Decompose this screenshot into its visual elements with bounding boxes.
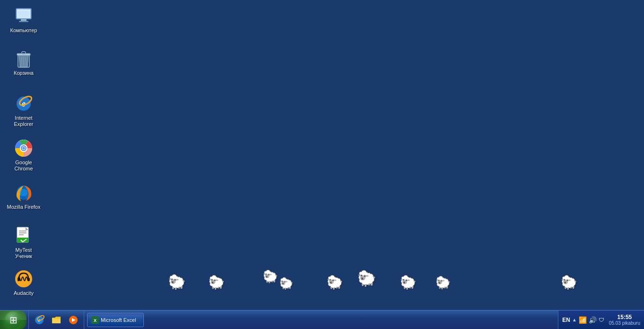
quick-launch: e <box>28 311 84 329</box>
clock-time: 15:55 <box>618 314 632 320</box>
desktop-icon-chrome[interactable]: Google Chrome <box>5 137 43 174</box>
computer-icon <box>14 7 33 26</box>
trash-icon-label: Корзина <box>14 70 34 76</box>
taskbar-btn-excel[interactable]: X Microsoft Excel <box>87 313 144 327</box>
start-button[interactable]: ⊞ <box>0 311 26 329</box>
svg-rect-31 <box>27 278 30 281</box>
ie-icon: e <box>14 94 33 113</box>
audacity-icon-label: Audacity <box>14 290 34 296</box>
chrome-icon-label: Google Chrome <box>7 160 41 172</box>
audacity-icon <box>14 269 33 288</box>
ie-icon-label: Internet Explorer <box>7 115 41 127</box>
sheep-7: 🐑 <box>400 275 416 290</box>
sheep-1: 🐑 <box>168 274 185 290</box>
svg-point-22 <box>20 189 27 196</box>
tray-expand-button[interactable]: ▲ <box>572 317 577 322</box>
expand-icon: ▲ <box>572 317 577 322</box>
sheep-4: 🐑 <box>279 277 293 290</box>
sheep-3: 🐑 <box>263 269 278 284</box>
volume-icon: 🔊 <box>589 316 597 324</box>
tray-language[interactable]: EN <box>562 317 570 323</box>
tray-security-icon[interactable]: 🛡 <box>599 317 604 323</box>
taskbar: ⊞ e <box>0 310 644 329</box>
ql-folder-button[interactable] <box>49 312 64 328</box>
svg-rect-2 <box>21 19 26 21</box>
ql-ie-button[interactable]: e <box>32 312 47 328</box>
sheep-2: 🐑 <box>208 275 225 290</box>
taskbar-buttons: X Microsoft Excel <box>84 311 558 329</box>
firefox-icon <box>14 183 33 202</box>
desktop-icon-computer[interactable]: Компьютер <box>5 5 43 36</box>
desktop-icon-firefox[interactable]: Mozilla Firefox <box>5 181 43 212</box>
svg-text:e: e <box>22 99 26 108</box>
desktop-icon-trash[interactable]: Корзина <box>5 47 43 78</box>
svg-text:X: X <box>94 318 97 323</box>
tray-network-icon[interactable]: 📶 <box>579 316 587 324</box>
system-clock[interactable]: 15:55 05.03 pikaburu <box>609 314 640 326</box>
svg-rect-30 <box>18 278 20 281</box>
windows-logo: ⊞ <box>9 314 18 326</box>
svg-rect-3 <box>19 21 28 22</box>
desktop-icon-audacity[interactable]: Audacity <box>5 267 43 298</box>
firefox-icon-label: Mozilla Firefox <box>7 204 41 210</box>
desktop: Компьютер Корзина <box>0 0 644 310</box>
svg-rect-35 <box>52 319 61 323</box>
network-icon: 📶 <box>579 316 587 324</box>
mytest-icon-label: MyTestУченик <box>15 247 32 259</box>
language-label: EN <box>562 317 570 323</box>
sheep-6: 🐑 <box>357 269 376 287</box>
trash-icon <box>14 49 33 68</box>
svg-rect-4 <box>18 10 29 17</box>
sheep-5: 🐑 <box>326 275 343 290</box>
tray-volume-icon[interactable]: 🔊 <box>589 316 597 324</box>
chrome-icon <box>14 139 33 158</box>
taskbar-btn-excel-label: Microsoft Excel <box>101 317 136 323</box>
desktop-icon-ie[interactable]: e Internet Explorer <box>5 92 43 129</box>
mytest-icon <box>14 226 33 245</box>
sheep-8: 🐑 <box>435 276 450 290</box>
svg-rect-8 <box>22 52 26 54</box>
computer-icon-label: Компьютер <box>10 27 37 34</box>
system-tray: EN ▲ 📶 🔊 🛡 15:55 05.03 pikaburu <box>558 311 644 329</box>
sheep-9: 🐑 <box>561 275 577 290</box>
shield-icon: 🛡 <box>599 317 604 323</box>
ql-media-button[interactable] <box>66 312 81 328</box>
svg-point-19 <box>22 147 25 150</box>
desktop-icon-mytest[interactable]: MyTestУченик <box>5 224 43 261</box>
clock-date: 05.03 pikaburu <box>609 320 640 326</box>
